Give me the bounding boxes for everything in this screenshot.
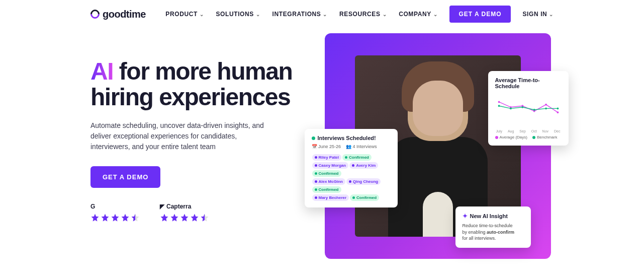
hero-text-column: AI for more human hiring experiences Aut… bbox=[90, 33, 302, 259]
svg-point-0 bbox=[498, 101, 500, 103]
overlay-interviews-scheduled: Interviews Scheduled! 📅 June 25-26 👥 4 I… bbox=[305, 129, 398, 207]
logo-icon bbox=[88, 8, 101, 20]
overlay-title: Interviews Scheduled! bbox=[312, 135, 391, 141]
svg-point-7 bbox=[510, 108, 512, 110]
hero-gradient-card: Interviews Scheduled! 📅 June 25-26 👥 4 I… bbox=[325, 33, 551, 259]
rating-capterra: ◤Capterra bbox=[160, 203, 209, 222]
overlay-meta: 📅 June 25-26 👥 4 Interviews bbox=[312, 144, 391, 149]
chevron-down-icon: ⌄ bbox=[200, 12, 204, 17]
capterra-icon: ◤ bbox=[160, 203, 164, 210]
legend-dot-icon bbox=[495, 136, 498, 139]
chart-legend: Average (Days) Benchmark bbox=[495, 135, 562, 140]
chevron-down-icon: ⌄ bbox=[383, 12, 387, 17]
headline-ai: AI bbox=[90, 58, 113, 85]
nav-product[interactable]: PRODUCT⌄ bbox=[165, 11, 204, 18]
rating-source: ◤Capterra bbox=[160, 203, 209, 210]
svg-point-10 bbox=[545, 108, 547, 110]
people-icon: 👥 4 Interviews bbox=[346, 144, 377, 149]
interview-rows: Riley PatelConfirmedCasey MorganAvery Ki… bbox=[312, 153, 391, 201]
hero-subtext: Automate scheduling, uncover data-driven… bbox=[90, 120, 271, 152]
rating-g2: GG2 bbox=[90, 203, 140, 222]
calendar-icon: 📅 June 25-26 bbox=[312, 144, 341, 149]
svg-point-9 bbox=[533, 109, 535, 111]
sparkle-icon: ✦ bbox=[463, 213, 468, 220]
svg-point-8 bbox=[521, 106, 523, 108]
nav-company[interactable]: COMPANY⌄ bbox=[399, 11, 437, 18]
chart-x-labels: JulyAugSepOctNovDec bbox=[495, 128, 562, 133]
legend-dot-icon bbox=[532, 136, 535, 139]
sign-in-link[interactable]: SIGN IN⌄ bbox=[523, 11, 554, 18]
hero-headline: AI for more human hiring experiences bbox=[90, 58, 302, 110]
insight-body: Reduce time-to-schedule by enabling auto… bbox=[463, 223, 524, 242]
nav-solutions[interactable]: SOLUTIONS⌄ bbox=[216, 11, 260, 18]
chevron-down-icon: ⌄ bbox=[323, 12, 327, 17]
chevron-down-icon: ⌄ bbox=[256, 12, 260, 17]
site-header: goodtime PRODUCT⌄ SOLUTIONS⌄ INTEGRATION… bbox=[0, 0, 644, 28]
svg-point-4 bbox=[545, 104, 547, 106]
hero-get-demo-button[interactable]: GET A DEMO bbox=[90, 166, 160, 188]
line-chart bbox=[495, 92, 562, 127]
overlay-ai-insight: ✦New AI Insight Reduce time-to-schedule … bbox=[455, 206, 531, 248]
nav-resources[interactable]: RESOURCES⌄ bbox=[339, 11, 387, 18]
overlay-title: ✦New AI Insight bbox=[463, 213, 524, 220]
svg-point-11 bbox=[557, 108, 559, 110]
rating-source: GG2 bbox=[90, 203, 140, 210]
main-nav: PRODUCT⌄ SOLUTIONS⌄ INTEGRATIONS⌄ RESOUR… bbox=[165, 6, 554, 23]
g2-icon: G bbox=[90, 203, 95, 210]
overlay-time-to-schedule-chart: Average Time-to-Schedule JulyAugSepOctNo… bbox=[488, 71, 569, 146]
ratings-row: GG2 ◤Capterra bbox=[90, 203, 302, 222]
headline-rest: for more human hiring experiences bbox=[90, 58, 292, 110]
svg-point-5 bbox=[557, 111, 559, 113]
hero-section: AI for more human hiring experiences Aut… bbox=[0, 28, 644, 259]
hero-image-column: Interviews Scheduled! 📅 June 25-26 👥 4 I… bbox=[322, 33, 554, 259]
svg-point-6 bbox=[498, 105, 500, 107]
stars-row bbox=[160, 213, 209, 222]
get-demo-button[interactable]: GET A DEMO bbox=[449, 6, 510, 23]
chevron-down-icon: ⌄ bbox=[433, 12, 438, 17]
brand-logo[interactable]: goodtime bbox=[90, 9, 146, 20]
stars-row bbox=[90, 213, 140, 222]
chevron-down-icon: ⌄ bbox=[549, 12, 554, 17]
nav-integrations[interactable]: INTEGRATIONS⌄ bbox=[272, 11, 328, 18]
brand-name: goodtime bbox=[103, 9, 146, 20]
overlay-title: Average Time-to-Schedule bbox=[495, 77, 562, 89]
